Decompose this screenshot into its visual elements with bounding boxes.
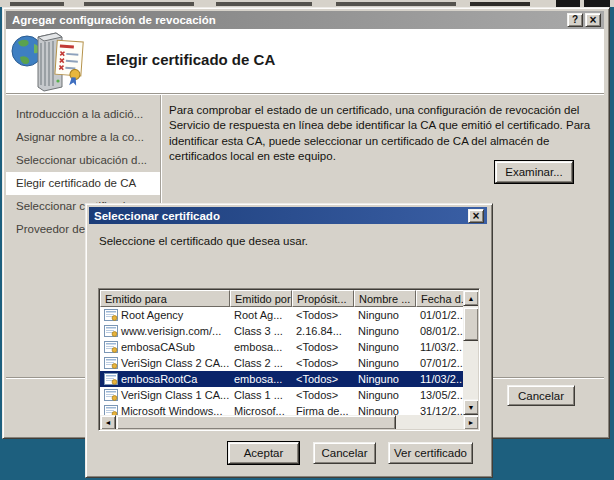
list-rows: Root AgencyRoot Ag...<Todos>Ninguno01/01… (100, 307, 464, 415)
horizontal-scroll-thumb[interactable] (116, 415, 396, 429)
table-row[interactable]: embosaCASubembosa...<Todos>Ninguno11/03/… (100, 339, 464, 355)
table-row[interactable]: VeriSign Class 1 CA...Class 1 ...<Todos>… (100, 387, 464, 403)
dialog-title: Seleccionar certificado (89, 210, 468, 222)
window-fragment (470, 2, 530, 6)
page-description: Para comprobar el estado de un certifica… (169, 103, 605, 165)
table-cell: Firma de... (292, 403, 354, 415)
table-cell: embosaRootCa (100, 371, 230, 387)
table-cell: 11/03/2.. (416, 371, 464, 387)
table-cell: VeriSign Class 2 CA... (100, 355, 230, 371)
table-row[interactable]: Microsoft Windows...Microsof...Firma de.… (100, 403, 464, 415)
list-header-row: Emitido paraEmitido porPropósit...Nombre… (100, 290, 464, 307)
column-header[interactable]: Emitido para (100, 290, 230, 307)
dialog-instruction: Seleccione el certificado que desea usar… (99, 235, 308, 247)
dialog-cancel-button[interactable]: Cancelar (313, 442, 376, 464)
background-window-controls (556, 0, 580, 7)
table-cell: 11/03/2.. (416, 339, 464, 355)
wizard-cancel-button[interactable]: Cancelar (507, 385, 575, 406)
column-header[interactable]: Nombre ... (354, 290, 416, 307)
dialog-title-bar: Seleccionar certificado × (89, 207, 487, 224)
wizard-title: Agregar configuración de revocación (6, 14, 567, 26)
window-fragment (84, 2, 194, 6)
table-cell: <Todos> (292, 355, 354, 371)
table-cell: Ninguno (354, 307, 416, 323)
window-fragment (10, 2, 64, 6)
certificate-icon (104, 405, 119, 415)
table-cell: 08/01/2.. (416, 323, 464, 339)
sidebar-item: Seleccionar ubicación d... (6, 149, 160, 172)
browse-button[interactable]: Examinar... (495, 161, 573, 183)
view-certificate-button[interactable]: Ver certificado (388, 442, 473, 464)
table-cell: Ninguno (354, 387, 416, 403)
table-cell: Microsoft Windows... (100, 403, 230, 415)
help-button[interactable]: ? (567, 13, 583, 27)
scroll-left-button[interactable]: ◄ (100, 415, 116, 429)
table-cell: Ninguno (354, 371, 416, 387)
table-row[interactable]: embosaRootCaembosa...<Todos>Ninguno11/03… (100, 371, 464, 387)
column-header[interactable]: Emitido por (230, 290, 292, 307)
certificate-icon (104, 357, 119, 369)
table-cell: Class 3 ... (230, 323, 292, 339)
table-cell: Root Ag... (230, 307, 292, 323)
table-cell: 31/12/2.. (416, 403, 464, 415)
table-cell: Ninguno (354, 339, 416, 355)
horizontal-scrollbar[interactable]: ◄ ► (100, 415, 478, 429)
table-row[interactable]: Root AgencyRoot Ag...<Todos>Ninguno01/01… (100, 307, 464, 323)
sidebar-item: Introducción a la adició... (6, 103, 160, 126)
table-cell: <Todos> (292, 339, 354, 355)
sidebar-item: Asignar nombre a la co... (6, 126, 160, 149)
column-header[interactable]: Propósit... (292, 290, 354, 307)
revocation-wizard-icon (10, 29, 88, 97)
select-certificate-dialog: Seleccionar certificado × Seleccione el … (85, 203, 493, 478)
table-cell: VeriSign Class 1 CA... (100, 387, 230, 403)
certificate-icon (104, 309, 119, 321)
table-cell: 07/01/2.. (416, 355, 464, 371)
table-cell: www.verisign.com/... (100, 323, 230, 339)
wizard-title-bar: Agregar configuración de revocación ? × (6, 11, 604, 29)
scroll-up-button[interactable]: ▲ (463, 290, 478, 306)
table-cell: 01/01/2.. (416, 307, 464, 323)
certificate-icon (104, 373, 119, 385)
table-cell: 2.16.84... (292, 323, 354, 339)
page-title: Elegir certificado de CA (106, 51, 275, 68)
scroll-right-button[interactable]: ► (463, 415, 478, 429)
vertical-scrollbar[interactable]: ▲ ▼ (463, 290, 478, 415)
screen: Agregar configuración de revocación ? × (0, 0, 614, 480)
certificate-list[interactable]: Emitido paraEmitido porPropósit...Nombre… (98, 288, 480, 431)
table-cell: Root Agency (100, 307, 230, 323)
table-cell: embosa... (230, 339, 292, 355)
certificate-icon (104, 325, 119, 337)
table-row[interactable]: www.verisign.com/...Class 3 ...2.16.84..… (100, 323, 464, 339)
table-cell: <Todos> (292, 307, 354, 323)
scroll-down-button[interactable]: ▼ (463, 399, 478, 415)
background-window-strip (0, 0, 614, 7)
window-fragment (336, 2, 456, 6)
table-cell: Ninguno (354, 403, 416, 415)
close-button[interactable]: × (585, 13, 601, 27)
certificate-icon (104, 389, 119, 401)
table-cell: Class 1 ... (230, 387, 292, 403)
vertical-scroll-thumb[interactable] (463, 307, 478, 341)
table-cell: <Todos> (292, 387, 354, 403)
certificate-icon (104, 341, 119, 353)
table-cell: <Todos> (292, 371, 354, 387)
table-cell: Ninguno (354, 355, 416, 371)
certificate-list-inner: Emitido paraEmitido porPropósit...Nombre… (100, 290, 478, 429)
table-cell: Class 2 ... (230, 355, 292, 371)
table-cell: Microsof... (230, 403, 292, 415)
sidebar-item: Elegir certificado de CA (6, 172, 160, 195)
wizard-header: Elegir certificado de CA (6, 29, 604, 93)
table-cell: embosa... (230, 371, 292, 387)
table-cell: embosaCASub (100, 339, 230, 355)
table-cell: 13/05/2.. (416, 387, 464, 403)
accept-button[interactable]: Aceptar (228, 442, 299, 464)
window-fragment (216, 2, 312, 6)
dialog-close-button[interactable]: × (468, 209, 484, 223)
table-cell: Ninguno (354, 323, 416, 339)
background-window-controls (584, 0, 610, 7)
table-row[interactable]: VeriSign Class 2 CA...Class 2 ...<Todos>… (100, 355, 464, 371)
